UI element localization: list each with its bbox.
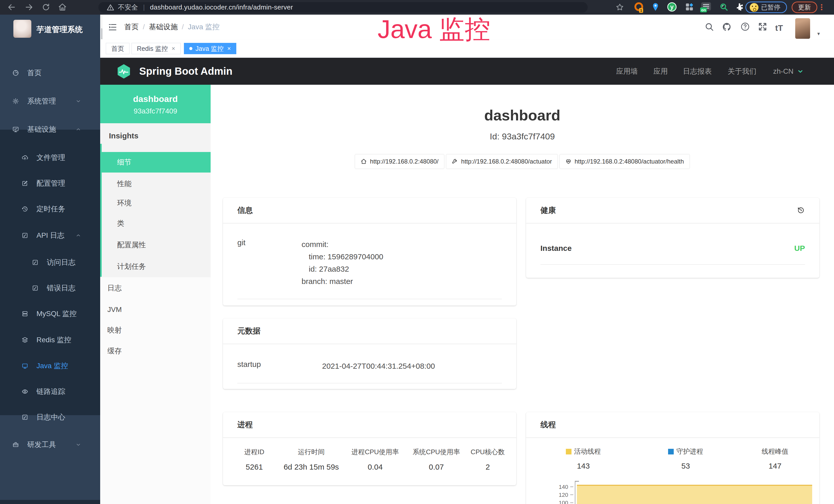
process-col-uptime: 运行时间6d 23h 15m 59s [278, 448, 345, 472]
chevron-down-icon [75, 98, 89, 104]
update-label: 更新 [798, 3, 811, 12]
health-instance-row: Instance UP [541, 223, 805, 265]
service-url-button[interactable]: http://192.168.0.2:48080/ [355, 154, 444, 169]
sidebar-item-mysql-monitor[interactable]: MySQL 监控 [0, 302, 100, 325]
legend-value: 143 [529, 462, 638, 471]
sidebar-item-label: 文件管理 [37, 153, 65, 162]
font-size-icon[interactable]: tT [775, 23, 783, 33]
insight-item-details[interactable]: 细节 [102, 152, 211, 173]
admin-sidebar: 芋道管理系统 首页 系统管理 基础设施 文件管理 配置管理 定时任务 API 日… [0, 15, 100, 504]
sidebar-item-label: 访问日志 [47, 257, 75, 267]
tab-home[interactable]: 首页 [106, 43, 129, 54]
sidebar-item-label: 系统管理 [27, 96, 56, 106]
sidebar-item-java-monitor[interactable]: Java 监控 [0, 354, 100, 377]
ext-pin-icon[interactable] [651, 2, 660, 12]
breadcrumb-infrastructure[interactable]: 基础设施 [149, 22, 178, 32]
forward-icon[interactable] [25, 3, 34, 12]
sidebar-item-log-center[interactable]: 日志中心 [0, 406, 100, 429]
log-icon [22, 232, 28, 239]
ext-orange-ring-icon[interactable]: 1 [634, 2, 643, 11]
home-icon[interactable] [58, 3, 67, 12]
browser-update-button[interactable]: 更新 [792, 2, 817, 13]
insight-item-scheduled-tasks[interactable]: 计划任务 [102, 256, 211, 277]
sidebar-item-redis-monitor[interactable]: Redis 监控 [0, 328, 100, 351]
browser-menu-icon[interactable] [821, 3, 822, 11]
fullscreen-icon[interactable] [758, 22, 767, 31]
insight-item-environment[interactable]: 环境 [102, 193, 211, 213]
locale-label: zh-CN [773, 67, 793, 75]
close-icon[interactable]: × [227, 45, 231, 52]
health-card: 健康 Instance UP [526, 198, 819, 278]
instance-header[interactable]: dashboard 93a3fc7f7409 [100, 85, 211, 123]
sidebar-item-mappings[interactable]: 映射 [100, 320, 211, 340]
sidebar-item-tracing[interactable]: 链路追踪 [0, 380, 100, 403]
back-icon[interactable] [7, 3, 16, 12]
item-label: 日志 [107, 283, 122, 293]
ext-list-on-icon[interactable]: on [701, 2, 711, 10]
sidebar-item-home[interactable]: 首页 [0, 61, 100, 85]
bookmark-star-icon[interactable] [615, 3, 624, 12]
process-col-process-cpu: 进程CPU使用率0.04 [345, 448, 406, 472]
sba-nav-about[interactable]: 关于我们 [728, 58, 756, 85]
sidebar-item-config-management[interactable]: 配置管理 [0, 172, 100, 195]
toolbox-icon [12, 441, 19, 448]
user-avatar[interactable] [795, 18, 810, 39]
y-axis [575, 481, 575, 504]
breadcrumb-separator: / [182, 23, 184, 31]
sidebar-item-error-logs[interactable]: 错误日志 [0, 276, 100, 300]
history-icon[interactable] [797, 206, 805, 214]
search-icon[interactable] [704, 22, 714, 31]
sba-brand[interactable]: Spring Boot Admin [139, 58, 233, 85]
java-monitor-icon [22, 363, 28, 369]
insight-item-config-props[interactable]: 配置属性 [102, 235, 211, 255]
github-icon[interactable] [722, 22, 732, 32]
card-title: 健康 [541, 205, 556, 216]
ext-y-circle-icon[interactable]: y [667, 2, 677, 12]
actuator-url-button[interactable]: http://192.168.0.2:48080/actuator [446, 154, 558, 169]
sidebar-item-jvm[interactable]: JVM [100, 299, 211, 320]
sba-locale-select[interactable]: zh-CN [773, 58, 804, 85]
sidebar-item-access-logs[interactable]: 访问日志 [0, 251, 100, 274]
chevron-up-icon [75, 233, 89, 238]
insight-item-classes[interactable]: 类 [102, 213, 211, 234]
sidebar-item-api-logs[interactable]: API 日志 [0, 224, 100, 247]
hamburger-icon[interactable] [108, 23, 117, 32]
sidebar-item-infrastructure[interactable]: 基础设施 [0, 118, 100, 141]
sidebar-item-caches[interactable]: 缓存 [100, 341, 211, 361]
sidebar-item-dev-tools[interactable]: 研发工具 [0, 433, 100, 456]
info-key: git [237, 238, 302, 288]
sba-nav-applications[interactable]: 应用 [654, 58, 668, 85]
close-icon[interactable]: × [172, 45, 175, 52]
insight-label: 环境 [117, 198, 132, 208]
home-icon [360, 158, 367, 165]
sidebar-item-system[interactable]: 系统管理 [0, 90, 100, 113]
caret-down-icon[interactable]: ▾ [817, 30, 820, 37]
actuator-url: http://192.168.0.2:48080/actuator [461, 158, 552, 165]
chevron-down-icon [75, 442, 89, 448]
ext-grid-icon[interactable] [685, 2, 694, 12]
extensions-puzzle-icon[interactable] [735, 2, 744, 11]
page-title: dashboard [211, 107, 834, 124]
sidebar-item-scheduled-jobs[interactable]: 定时任务 [0, 198, 100, 221]
ext-magnifier-icon[interactable] [719, 2, 728, 12]
chevron-up-icon [75, 127, 89, 132]
health-url-button[interactable]: http://192.168.0.2:48080/actuator/health [559, 154, 690, 169]
sba-nav-wallboard[interactable]: 应用墙 [616, 58, 638, 85]
breadcrumb-home[interactable]: 首页 [124, 22, 139, 32]
help-icon[interactable] [740, 22, 750, 31]
insight-item-metrics[interactable]: 性能 [102, 174, 211, 194]
sidebar-item-logs[interactable]: 日志 [100, 278, 211, 298]
wrench-icon [452, 158, 458, 165]
sba-nav-journal[interactable]: 日志报表 [683, 58, 712, 85]
reload-icon[interactable] [42, 3, 50, 12]
app-logo-row[interactable]: 芋道管理系统 [0, 15, 100, 53]
tab-java-monitor[interactable]: Java 监控 × [184, 43, 236, 54]
sidebar-item-label: 日志中心 [37, 412, 65, 422]
tab-redis-monitor[interactable]: Redis 监控 × [132, 43, 180, 54]
card-title: 线程 [541, 419, 556, 430]
sidebar-item-label: 研发工具 [27, 440, 56, 450]
address-bar[interactable]: 不安全 | dashboard.yudao.iocoder.cn/infra/a… [98, 2, 588, 13]
profile-paused-chip[interactable]: 已暂停 [745, 2, 787, 13]
sidebar-item-file-management[interactable]: 文件管理 [0, 146, 100, 169]
insight-label: 性能 [117, 179, 132, 189]
